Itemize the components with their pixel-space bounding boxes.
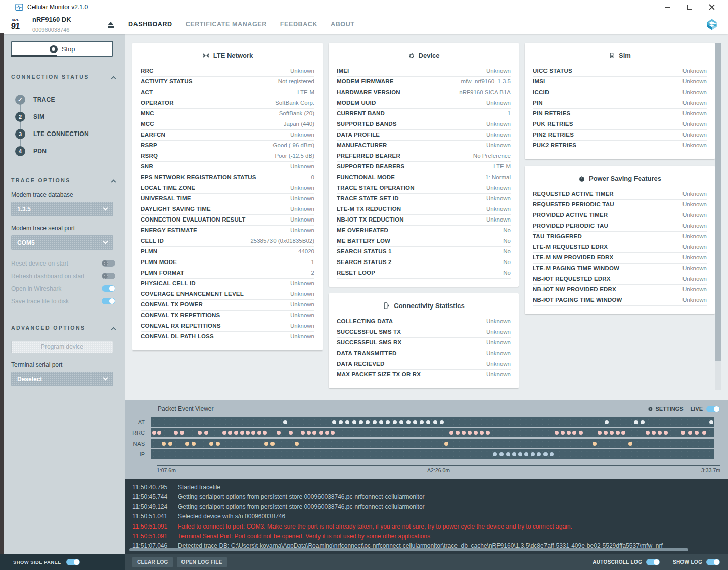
packet-dot[interactable] (681, 431, 685, 435)
packet-dot[interactable] (598, 431, 602, 435)
packet-dot[interactable] (251, 431, 255, 435)
packet-dot[interactable] (537, 452, 541, 456)
autoscroll-log-toggle[interactable] (646, 559, 660, 565)
packet-dot[interactable] (352, 420, 356, 424)
packet-dot[interactable] (331, 431, 335, 435)
packet-dot[interactable] (373, 420, 377, 424)
terminal-serial-port-select[interactable]: Deselect (11, 372, 113, 386)
packet-dot[interactable] (204, 431, 208, 435)
lane-track[interactable] (151, 449, 714, 459)
packet-dot[interactable] (702, 431, 706, 435)
packet-dot[interactable] (222, 431, 226, 435)
packet-dot[interactable] (616, 431, 620, 435)
tab-about[interactable]: ABOUT (331, 21, 354, 28)
program-device-button[interactable]: Program device (11, 341, 113, 353)
packet-dot[interactable] (332, 420, 336, 424)
packet-dot[interactable] (462, 431, 466, 435)
packet-dot[interactable] (621, 431, 625, 435)
packet-dot[interactable] (688, 431, 692, 435)
settings-button[interactable]: SETTINGS (648, 406, 684, 412)
packet-dot[interactable] (480, 431, 484, 435)
packet-dot[interactable] (393, 420, 397, 424)
trace-options-header[interactable]: TRACE OPTIONS (11, 177, 115, 183)
dashboard-scrollbar[interactable] (715, 43, 721, 390)
reset-device-on-start-toggle[interactable] (102, 260, 115, 267)
packet-dot[interactable] (192, 442, 196, 446)
lane-track[interactable] (151, 428, 714, 437)
packet-dot[interactable] (339, 420, 343, 424)
packet-dot[interactable] (444, 442, 448, 446)
packet-dot[interactable] (709, 420, 713, 424)
packet-dot[interactable] (234, 431, 238, 435)
packet-dot[interactable] (658, 431, 662, 435)
packet-dot[interactable] (359, 420, 363, 424)
minimize-button[interactable] (656, 1, 678, 14)
packet-dot[interactable] (531, 452, 535, 456)
lane-track[interactable] (151, 417, 714, 427)
packet-dot[interactable] (399, 420, 403, 424)
packet-dot[interactable] (610, 431, 614, 435)
packet-dot[interactable] (555, 431, 559, 435)
packet-dot[interactable] (512, 452, 516, 456)
packet-dot[interactable] (295, 442, 299, 446)
packet-dot[interactable] (456, 431, 460, 435)
packet-dot[interactable] (325, 431, 329, 435)
tab-certificate-manager[interactable]: CERTIFICATE MANAGER (186, 21, 267, 28)
scrollbar-thumb[interactable] (715, 43, 721, 361)
packet-dot[interactable] (312, 431, 316, 435)
packet-dot[interactable] (246, 431, 250, 435)
packet-dot[interactable] (641, 420, 645, 424)
packet-dot[interactable] (168, 442, 172, 446)
connection-status-header[interactable]: CONNECTION STATUS (11, 74, 115, 80)
packet-dot[interactable] (209, 442, 213, 446)
packet-dot[interactable] (652, 431, 656, 435)
packet-dot[interactable] (307, 431, 311, 435)
packet-dot[interactable] (413, 420, 417, 424)
packet-dot[interactable] (518, 452, 522, 456)
advanced-options-header[interactable]: ADVANCED OPTIONS (11, 325, 115, 331)
lane-track[interactable] (151, 439, 714, 448)
packet-dot[interactable] (257, 431, 261, 435)
modem-trace-database-select[interactable]: 1.3.5 (11, 202, 113, 216)
packet-dot[interactable] (543, 452, 548, 456)
packet-dot[interactable] (216, 442, 220, 446)
packet-dot[interactable] (506, 452, 510, 456)
packet-dot[interactable] (420, 420, 424, 424)
packet-dot[interactable] (605, 420, 609, 424)
packet-dot[interactable] (345, 420, 349, 424)
packet-dot[interactable] (426, 420, 430, 424)
packet-dot[interactable] (379, 420, 383, 424)
packet-dot[interactable] (628, 442, 632, 446)
packet-dot[interactable] (270, 442, 275, 446)
tab-dashboard[interactable]: DASHBOARD (128, 21, 172, 28)
packet-dot[interactable] (646, 431, 650, 435)
packet-dot[interactable] (319, 431, 323, 435)
packet-dot[interactable] (283, 420, 287, 424)
stop-button[interactable]: Stop (11, 41, 113, 57)
packet-dot[interactable] (289, 431, 293, 435)
packet-dot[interactable] (695, 431, 699, 435)
packet-dot[interactable] (664, 431, 668, 435)
show-log-toggle[interactable] (706, 559, 720, 565)
packet-dot[interactable] (550, 452, 554, 456)
packet-dot[interactable] (198, 431, 202, 435)
close-button[interactable] (701, 1, 723, 14)
packet-dot[interactable] (524, 452, 528, 456)
packet-dot[interactable] (386, 420, 390, 424)
packet-dot[interactable] (240, 431, 244, 435)
refresh-dashboard-on-start-toggle[interactable] (102, 273, 115, 279)
packet-dot[interactable] (406, 420, 411, 424)
packet-dot[interactable] (185, 442, 189, 446)
packet-dot[interactable] (593, 442, 597, 446)
clear-log-button[interactable]: CLEAR LOG (132, 557, 173, 567)
packet-dot[interactable] (579, 431, 583, 435)
tab-feedback[interactable]: FEEDBACK (280, 21, 317, 28)
packet-dot[interactable] (264, 442, 268, 446)
packet-dot[interactable] (301, 431, 305, 435)
packet-dot[interactable] (440, 420, 444, 424)
packet-dot[interactable] (180, 431, 184, 435)
packet-dot[interactable] (561, 431, 565, 435)
packet-dot[interactable] (162, 442, 166, 446)
packet-dot[interactable] (152, 431, 156, 435)
save-trace-file-to-disk-toggle[interactable] (102, 298, 115, 304)
